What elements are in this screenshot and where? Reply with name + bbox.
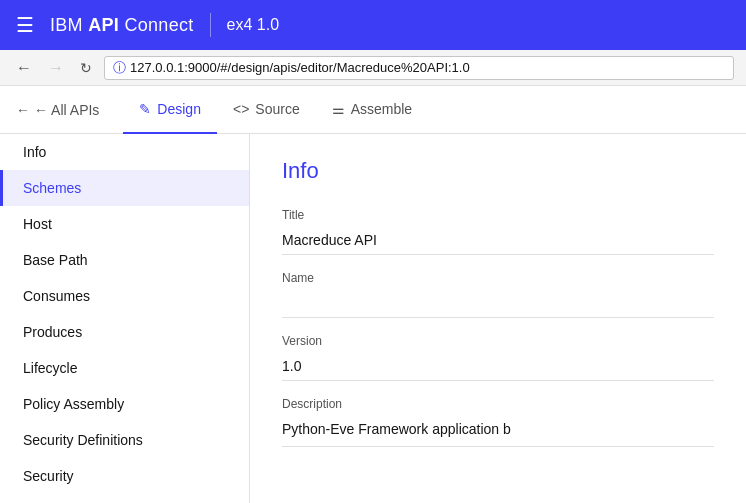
app-header: ☰ IBM API Connect ex4 1.0: [0, 0, 746, 50]
version-input[interactable]: [282, 352, 714, 381]
sidebar-item-security-definitions[interactable]: Security Definitions: [0, 422, 249, 458]
nav-tabs: ← ← All APIs ✎ Design <> Source ⚌ Assemb…: [0, 86, 746, 134]
content-area: Info Title Name Version Description Pyth…: [250, 134, 746, 503]
tab-design[interactable]: ✎ Design: [123, 86, 217, 134]
sidebar: Info Schemes Host Base Path Consumes Pro…: [0, 134, 250, 503]
back-button[interactable]: ←: [12, 57, 36, 79]
content-title: Info: [282, 158, 714, 184]
title-label: Title: [282, 208, 714, 222]
sidebar-item-security[interactable]: Security: [0, 458, 249, 494]
sidebar-item-consumes[interactable]: Consumes: [0, 278, 249, 314]
sidebar-item-info[interactable]: Info: [0, 134, 249, 170]
secure-icon: ⓘ: [113, 59, 126, 77]
title-field: Title: [282, 208, 714, 271]
assemble-tab-icon: ⚌: [332, 101, 345, 117]
sidebar-item-host[interactable]: Host: [0, 206, 249, 242]
design-tab-label: Design: [157, 101, 201, 117]
description-label: Description: [282, 397, 714, 411]
sidebar-item-policy-assembly[interactable]: Policy Assembly: [0, 386, 249, 422]
source-tab-icon: <>: [233, 101, 249, 117]
sidebar-item-base-path[interactable]: Base Path: [0, 242, 249, 278]
main-layout: Info Schemes Host Base Path Consumes Pro…: [0, 134, 746, 503]
refresh-button[interactable]: ↻: [76, 58, 96, 78]
assemble-tab-label: Assemble: [351, 101, 412, 117]
version-field: Version: [282, 334, 714, 397]
forward-button[interactable]: →: [44, 57, 68, 79]
tab-assemble[interactable]: ⚌ Assemble: [316, 86, 428, 134]
url-text: 127.0.0.1:9000/#/design/apis/editor/Macr…: [130, 60, 470, 75]
sidebar-item-schemes[interactable]: Schemes: [0, 170, 249, 206]
version-label: Version: [282, 334, 714, 348]
url-bar[interactable]: ⓘ 127.0.0.1:9000/#/design/apis/editor/Ma…: [104, 56, 734, 80]
tab-source[interactable]: <> Source: [217, 86, 316, 134]
header-separator: [210, 13, 211, 37]
address-bar: ← → ↻ ⓘ 127.0.0.1:9000/#/design/apis/edi…: [0, 50, 746, 86]
source-tab-label: Source: [255, 101, 299, 117]
api-name-version: ex4 1.0: [227, 16, 280, 34]
sidebar-item-lifecycle[interactable]: Lifecycle: [0, 350, 249, 386]
description-value[interactable]: Python-Eve Framework application b: [282, 415, 714, 447]
name-label: Name: [282, 271, 714, 285]
sidebar-item-extensions[interactable]: Extensions: [0, 494, 249, 503]
description-field: Description Python-Eve Framework applica…: [282, 397, 714, 447]
sidebar-item-produces[interactable]: Produces: [0, 314, 249, 350]
menu-icon[interactable]: ☰: [16, 13, 34, 37]
back-icon: ←: [16, 102, 30, 118]
info-form: Title Name Version Description Python-Ev…: [282, 208, 714, 447]
title-input[interactable]: [282, 226, 714, 255]
design-tab-icon: ✎: [139, 101, 151, 117]
name-field: Name: [282, 271, 714, 334]
name-input[interactable]: [282, 289, 714, 318]
back-to-apis[interactable]: ← ← All APIs: [16, 102, 99, 118]
app-title: IBM API Connect: [50, 15, 194, 36]
back-label: ← All APIs: [34, 102, 99, 118]
